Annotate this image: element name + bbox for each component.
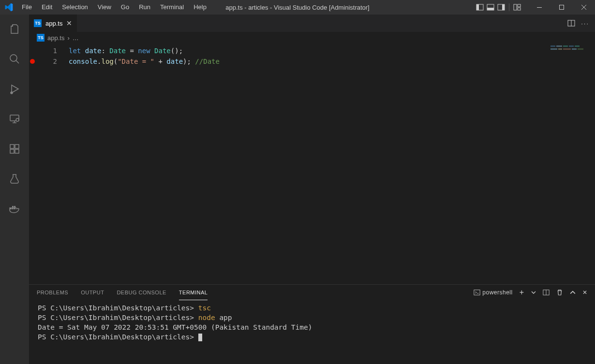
svg-rect-22 — [12, 206, 14, 207]
activity-bar — [0, 15, 29, 364]
svg-rect-1 — [476, 4, 479, 10]
split-terminal-icon[interactable] — [543, 289, 550, 296]
terminal-line: PS C:\Users\Ibrahim\Desktop\articles> ts… — [38, 303, 586, 313]
chevron-right-icon: › — [67, 34, 69, 42]
close-button[interactable] — [573, 0, 595, 15]
new-terminal-icon[interactable]: + — [520, 288, 524, 297]
menu-selection[interactable]: Selection — [57, 0, 92, 15]
svg-rect-9 — [537, 7, 542, 8]
tab-close-icon[interactable]: ✕ — [66, 19, 72, 27]
menu-go[interactable]: Go — [116, 0, 134, 15]
typescript-icon: TS — [37, 34, 45, 42]
vscode-logo-icon — [0, 3, 17, 12]
svg-point-11 — [10, 55, 17, 61]
svg-rect-3 — [487, 8, 494, 10]
svg-point-14 — [16, 118, 19, 121]
terminal-line: PS C:\Users\Ibrahim\Desktop\articles> no… — [38, 313, 586, 322]
kill-terminal-icon[interactable] — [556, 289, 563, 296]
more-actions-icon[interactable]: ··· — [581, 20, 589, 27]
terminal-profile-button[interactable]: powershell — [474, 289, 512, 296]
line-number: 2 — [38, 56, 57, 67]
customize-layout-icon[interactable] — [513, 3, 521, 11]
layout-bottom-icon[interactable] — [487, 3, 494, 11]
title-bar: FileEditSelectionViewGoRunTerminalHelp a… — [0, 0, 595, 15]
panel: PROBLEMSOUTPUTDEBUG CONSOLETERMINAL powe… — [29, 284, 595, 364]
menu-help[interactable]: Help — [189, 0, 211, 15]
window-title: app.ts - articles - Visual Studio Code [… — [225, 4, 369, 11]
testing-icon[interactable] — [3, 169, 26, 189]
code-line[interactable]: console.log("Date = " + date); //Date — [69, 56, 595, 67]
minimize-button[interactable] — [528, 0, 550, 15]
terminal-line: PS C:\Users\Ibrahim\Desktop\articles> — [38, 332, 586, 342]
breadcrumb-more: … — [73, 34, 79, 42]
tab-app-ts[interactable]: TS app.ts ✕ — [29, 15, 77, 32]
menu-view[interactable]: View — [93, 0, 116, 15]
breakpoint-icon[interactable] — [30, 59, 35, 64]
layout-left-icon[interactable] — [476, 3, 484, 11]
menu-terminal[interactable]: Terminal — [155, 0, 189, 15]
panel-tab-problems[interactable]: PROBLEMS — [37, 285, 68, 300]
line-number-gutter: 12 — [38, 44, 57, 284]
panel-tab-debug-console[interactable]: DEBUG CONSOLE — [117, 285, 166, 300]
breakpoint-gutter[interactable] — [29, 44, 38, 284]
code-editor[interactable]: 12 let date: Date = new Date();console.l… — [29, 44, 595, 284]
layout-controls — [476, 3, 521, 11]
line-number: 1 — [38, 45, 57, 56]
svg-rect-15 — [10, 145, 14, 148]
run-debug-icon[interactable] — [3, 79, 26, 99]
maximize-button[interactable] — [550, 0, 573, 15]
svg-rect-16 — [15, 145, 19, 148]
remote-explorer-icon[interactable] — [3, 109, 26, 129]
svg-rect-8 — [518, 8, 521, 10]
layout-right-icon[interactable] — [497, 3, 505, 11]
menu-run[interactable]: Run — [134, 0, 155, 15]
maximize-panel-icon[interactable] — [570, 290, 576, 295]
svg-rect-6 — [514, 4, 517, 10]
panel-tab-terminal[interactable]: TERMINAL — [179, 285, 208, 300]
breadcrumbs[interactable]: TS app.ts › … — [29, 32, 595, 44]
svg-rect-10 — [560, 5, 564, 10]
terminal-content[interactable]: PS C:\Users\Ibrahim\Desktop\articles> ts… — [29, 300, 595, 364]
svg-point-12 — [11, 92, 13, 94]
svg-rect-17 — [10, 149, 14, 153]
svg-rect-18 — [15, 149, 19, 153]
breadcrumb-file: app.ts — [47, 34, 64, 42]
editor-area: TS app.ts ✕ ··· TS app.ts › … 12 let dat… — [29, 15, 595, 364]
typescript-icon: TS — [34, 19, 42, 27]
code-content[interactable]: let date: Date = new Date();console.log(… — [57, 44, 595, 284]
code-line[interactable]: let date: Date = new Date(); — [69, 45, 595, 56]
terminal-cursor — [198, 334, 202, 341]
menu-bar: FileEditSelectionViewGoRunTerminalHelp — [17, 0, 211, 15]
tab-filename: app.ts — [45, 20, 62, 27]
minimap[interactable] — [550, 45, 594, 60]
docker-icon[interactable] — [3, 199, 26, 218]
svg-rect-23 — [14, 206, 15, 207]
explorer-icon[interactable] — [3, 19, 26, 39]
split-editor-icon[interactable] — [567, 19, 575, 27]
terminal-profile-label: powershell — [482, 289, 512, 296]
panel-tabs: PROBLEMSOUTPUTDEBUG CONSOLETERMINAL powe… — [29, 285, 595, 300]
editor-tabs: TS app.ts ✕ ··· — [29, 15, 595, 32]
search-icon[interactable] — [3, 49, 26, 69]
menu-file[interactable]: File — [17, 0, 37, 15]
separator — [509, 3, 509, 11]
terminal-dropdown-icon[interactable] — [531, 290, 536, 295]
svg-rect-26 — [474, 290, 480, 295]
close-panel-icon[interactable]: ✕ — [582, 289, 588, 296]
extensions-icon[interactable] — [3, 139, 26, 159]
svg-rect-7 — [518, 4, 521, 7]
svg-rect-5 — [502, 4, 505, 10]
panel-tab-output[interactable]: OUTPUT — [81, 285, 104, 300]
terminal-line: Date = Sat May 07 2022 20:53:51 GMT+0500… — [38, 322, 586, 332]
menu-edit[interactable]: Edit — [37, 0, 57, 15]
